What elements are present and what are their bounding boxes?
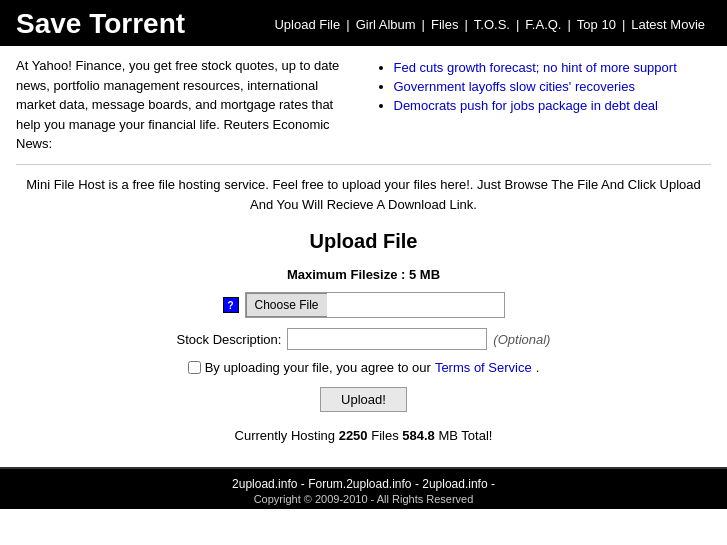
tos-checkbox[interactable] — [188, 361, 201, 374]
footer-link-1[interactable]: 2upload.info — [232, 477, 297, 491]
footer-links: 2upload.info - Forum.2upload.info - 2upl… — [0, 477, 727, 491]
news-link-2[interactable]: Government layoffs slow cities' recoveri… — [394, 79, 635, 94]
news-list: Fed cuts growth forecast; no hint of mor… — [374, 56, 712, 154]
footer-link-3[interactable]: 2upload.info — [422, 477, 487, 491]
max-filesize-label: Maximum Filesize : 5 MB — [16, 267, 711, 282]
description-input[interactable] — [287, 328, 487, 350]
tos-row: By uploading your file, you agree to our… — [16, 360, 711, 375]
upload-button-wrapper: Upload! — [16, 387, 711, 428]
content-area: At Yahoo! Finance, you get free stock qu… — [0, 46, 727, 467]
nav-girl-album[interactable]: Girl Album — [350, 17, 422, 32]
tos-period: . — [536, 360, 540, 375]
footer-sep-3: - — [491, 477, 495, 491]
header: Save Torrent Upload File | Girl Album | … — [0, 0, 727, 46]
stats-file-count: 2250 — [339, 428, 368, 443]
upload-section: Upload File Maximum Filesize : 5 MB ? Ch… — [16, 230, 711, 443]
footer-link-2[interactable]: Forum.2upload.info — [308, 477, 411, 491]
tos-text: By uploading your file, you agree to our — [205, 360, 431, 375]
description-row: Stock Description: (Optional) — [16, 328, 711, 350]
news-link-1[interactable]: Fed cuts growth forecast; no hint of mor… — [394, 60, 677, 75]
help-icon[interactable]: ? — [223, 297, 239, 313]
optional-label: (Optional) — [493, 332, 550, 347]
stats-prefix: Currently Hosting — [235, 428, 335, 443]
news-item-1: Fed cuts growth forecast; no hint of mor… — [394, 60, 712, 75]
main-nav: Upload File | Girl Album | Files | T.O.S… — [268, 17, 711, 32]
nav-tos[interactable]: T.O.S. — [468, 17, 516, 32]
footer: 2upload.info - Forum.2upload.info - 2upl… — [0, 467, 727, 509]
news-item-3: Democrats push for jobs package in debt … — [394, 98, 712, 113]
nav-faq[interactable]: F.A.Q. — [519, 17, 567, 32]
nav-latest-movie[interactable]: Latest Movie — [625, 17, 711, 32]
service-description: Mini File Host is a free file hosting se… — [16, 175, 711, 217]
max-filesize-value: 5 MB — [409, 267, 440, 282]
file-input-wrapper: Choose File — [245, 292, 505, 318]
info-row: At Yahoo! Finance, you get free stock qu… — [16, 56, 711, 165]
footer-copyright: Copyright © 2009-2010 - All Rights Reser… — [0, 493, 727, 505]
stats-display: Currently Hosting 2250 Files 584.8 MB To… — [16, 428, 711, 443]
nav-top10[interactable]: Top 10 — [571, 17, 622, 32]
tos-link[interactable]: Terms of Service — [435, 360, 532, 375]
site-title: Save Torrent — [16, 8, 185, 40]
news-link-3[interactable]: Democrats push for jobs package in debt … — [394, 98, 659, 113]
nav-files[interactable]: Files — [425, 17, 464, 32]
upload-title: Upload File — [16, 230, 711, 253]
news-item-2: Government layoffs slow cities' recoveri… — [394, 79, 712, 94]
upload-button[interactable]: Upload! — [320, 387, 407, 412]
nav-upload-file[interactable]: Upload File — [268, 17, 346, 32]
stats-size-label: MB Total! — [438, 428, 492, 443]
left-info-text: At Yahoo! Finance, you get free stock qu… — [16, 56, 354, 154]
description-label: Stock Description: — [177, 332, 282, 347]
file-input-row: ? Choose File — [16, 292, 711, 318]
stats-size: 584.8 — [402, 428, 435, 443]
choose-file-button[interactable]: Choose File — [246, 293, 327, 317]
stats-files-label: Files — [371, 428, 398, 443]
max-filesize-text: Maximum Filesize : — [287, 267, 405, 282]
